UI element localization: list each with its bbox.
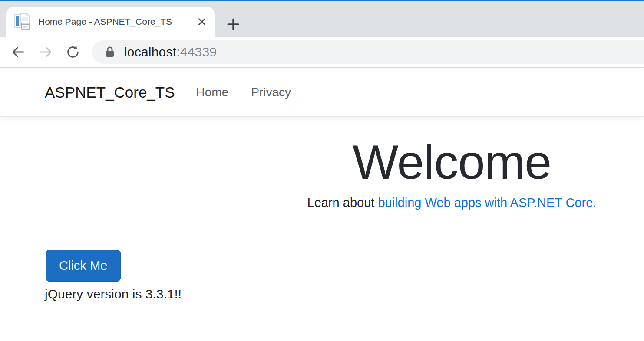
intro-text: Learn about building Web apps with ASP.N… [45, 196, 644, 210]
close-icon[interactable] [196, 16, 208, 27]
back-arrow-icon[interactable] [10, 44, 26, 60]
nav-link-privacy[interactable]: Privacy [251, 85, 291, 99]
url-text: localhost:44339 [124, 45, 217, 59]
tab-strip: Home Page - ASPNET_Core_TS [0, 1, 644, 37]
intro-suffix: . [593, 196, 596, 210]
forward-arrow-icon[interactable] [38, 44, 53, 60]
browser-toolbar: localhost:44339 [0, 37, 644, 68]
address-bar[interactable]: localhost:44339 [92, 40, 644, 64]
tab-title: Home Page - ASPNET_Core_TS [38, 16, 192, 27]
jquery-version-text: jQuery version is 3.3.1!! [45, 287, 644, 302]
reload-icon[interactable] [65, 44, 81, 60]
new-tab-button[interactable] [227, 18, 240, 31]
welcome-section: Welcome Learn about building Web apps wi… [45, 134, 644, 210]
navbar-brand[interactable]: ASPNET_Core_TS [45, 84, 175, 101]
page-main: Welcome Learn about building Web apps wi… [0, 134, 644, 302]
url-port: :44339 [176, 45, 217, 59]
aspnet-core-link[interactable]: building Web apps with ASP.NET Core [378, 196, 593, 210]
url-host: localhost [124, 45, 176, 59]
lock-icon[interactable] [105, 46, 115, 59]
demo-section: Click Me jQuery version is 3.3.1!! [46, 250, 644, 302]
intro-prefix: Learn about [307, 196, 378, 210]
site-navbar: ASPNET_Core_TS Home Privacy [0, 68, 644, 117]
nav-link-home[interactable]: Home [196, 85, 229, 99]
aspnet-page-icon [13, 13, 31, 31]
page-title: Welcome [45, 134, 644, 190]
browser-tab[interactable]: Home Page - ASPNET_Core_TS [6, 7, 215, 37]
click-me-button[interactable]: Click Me [46, 250, 121, 282]
